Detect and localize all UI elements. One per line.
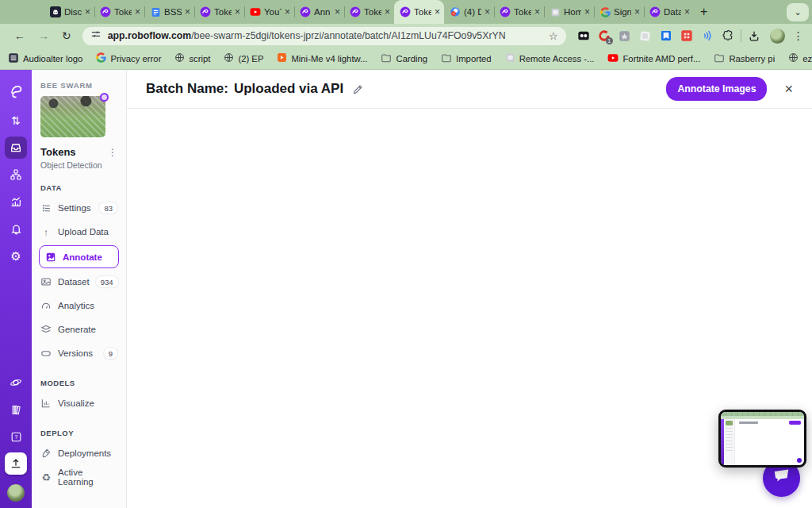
pale-extension-icon[interactable]	[639, 29, 652, 42]
monitoring-icon[interactable]	[5, 190, 27, 213]
project-thumbnail[interactable]	[40, 96, 105, 137]
sidebar-item-deployments[interactable]: Deployments	[40, 441, 117, 465]
orange-app-icon	[277, 52, 287, 64]
tab-close-icon[interactable]: ×	[235, 7, 240, 17]
bookmark-star-icon[interactable]: ☆	[549, 30, 558, 42]
workspace-name: BEE SWARM	[40, 81, 117, 90]
annotate-images-button[interactable]: Annotate Images	[666, 77, 767, 101]
sidebar-item-analytics[interactable]: Analytics	[40, 294, 117, 318]
red-c-extension-icon[interactable]: 1	[598, 29, 611, 42]
sidebar-item-upload-data[interactable]: ↑Upload Data	[40, 220, 117, 244]
browser-tab[interactable]: Ann×	[294, 0, 344, 24]
browser-menu-button[interactable]: ⋮	[793, 29, 804, 42]
roboflow-favicon	[400, 6, 411, 17]
url-domain: app.roboflow.com	[108, 30, 191, 41]
project-badge	[100, 93, 109, 102]
bookmark-item[interactable]: (2) EP	[224, 52, 263, 64]
red-grid-extension-icon[interactable]	[680, 29, 693, 42]
browser-tab[interactable]: Toke×	[344, 0, 394, 24]
tab-close-icon[interactable]: ×	[534, 7, 540, 17]
tab-close-icon[interactable]: ×	[335, 7, 340, 17]
tab-close-icon[interactable]: ×	[135, 7, 140, 17]
universe-icon[interactable]	[5, 371, 27, 394]
profile-avatar[interactable]	[770, 29, 785, 44]
sidebar-item-dataset[interactable]: Dataset934	[40, 270, 117, 294]
browser-tab[interactable]: BSS×	[144, 0, 194, 24]
gray-extension-icon[interactable]	[619, 29, 631, 42]
bookmark-item[interactable]: ez	[788, 52, 812, 64]
bookmark-item[interactable]: Audioalter logo	[8, 52, 82, 65]
browser-window: Disc×Toke×BSS×Toke×YouT×Ann×Toke×Toke×(4…	[0, 0, 812, 508]
help-icon[interactable]: ?	[5, 425, 27, 448]
back-button[interactable]: ←	[14, 30, 25, 41]
close-icon[interactable]: ×	[784, 82, 793, 96]
tab-close-icon[interactable]: ×	[684, 7, 690, 17]
bookmark-item[interactable]: Privacy error	[96, 52, 161, 64]
signal-extension-icon[interactable]	[701, 29, 714, 42]
tab-close-icon[interactable]: ×	[285, 7, 290, 17]
dark-lens-extension-icon[interactable]	[577, 29, 590, 42]
rail-bottom: ?	[5, 371, 27, 502]
tab-close-icon[interactable]: ×	[634, 7, 640, 17]
sidebar-item-annotate[interactable]: Annotate	[39, 245, 119, 268]
bookmark-item[interactable]: script	[174, 52, 210, 64]
bookmark-item[interactable]: Mini-Me v4 lightw...	[277, 52, 367, 64]
forward-button[interactable]: →	[38, 30, 49, 41]
tab-close-icon[interactable]: ×	[435, 7, 440, 17]
tab-title: (4) D	[464, 7, 481, 17]
edit-batch-name-button[interactable]	[352, 83, 364, 95]
browser-tab[interactable]: Toke×	[494, 0, 544, 24]
blue-book-extension-icon[interactable]	[660, 29, 672, 42]
bookmark-item[interactable]: Rasberry pi	[714, 52, 775, 65]
workflows-icon[interactable]	[5, 164, 27, 186]
tab-close-icon[interactable]: ×	[85, 7, 90, 17]
bookmark-item[interactable]: Carding	[381, 52, 427, 65]
tab-search-button[interactable]: ⌄	[787, 3, 809, 21]
sidebar-item-generate[interactable]: Generate	[40, 318, 117, 341]
sidebar-item-label: Upload Data	[58, 227, 109, 237]
sidebar-item-settings[interactable]: Settings83	[40, 196, 117, 220]
address-bar[interactable]: app.roboflow.com/bee-swarm-z5dgi/tokens-…	[82, 27, 566, 45]
roboflow-logo-icon[interactable]	[5, 79, 27, 102]
sidebar-item-visualize[interactable]: Visualize	[40, 391, 117, 415]
extensions-puzzle-icon[interactable]	[722, 29, 734, 42]
projects-icon[interactable]	[5, 137, 27, 159]
share-upload-icon[interactable]	[5, 452, 27, 475]
bookmark-item[interactable]: Imported	[441, 52, 492, 65]
browser-tab[interactable]: Hom×	[544, 0, 594, 24]
tab-list: Disc×Toke×BSS×Toke×YouT×Ann×Toke×Toke×(4…	[44, 0, 694, 24]
bookmark-item[interactable]: Remote Access -...	[505, 52, 595, 64]
sort-transfer-icon[interactable]: ⇅	[5, 110, 27, 132]
browser-tab[interactable]: Disc×	[44, 0, 94, 24]
reload-button[interactable]: ↻	[62, 30, 71, 41]
browser-tab[interactable]: Toke×	[194, 0, 244, 24]
tab-close-icon[interactable]: ×	[584, 7, 590, 17]
tab-title: Toke	[114, 7, 132, 17]
documentation-icon[interactable]	[5, 398, 27, 421]
project-menu-button[interactable]: ⋮	[108, 147, 117, 158]
pill-icon	[40, 348, 52, 359]
bookmark-item[interactable]: Fortnite AMD perf...	[607, 52, 700, 65]
site-settings-icon[interactable]	[90, 29, 102, 43]
tab-close-icon[interactable]: ×	[385, 7, 390, 17]
browser-tab[interactable]: Toke×	[94, 0, 144, 24]
url-text: app.roboflow.com/bee-swarm-z5dgi/tokens-…	[108, 30, 542, 41]
tab-close-icon[interactable]: ×	[185, 7, 190, 17]
workspace-settings-icon[interactable]: ⚙	[5, 244, 27, 267]
browser-tab[interactable]: Sign×	[594, 0, 644, 24]
new-tab-button[interactable]: +	[700, 5, 707, 19]
user-avatar[interactable]	[7, 484, 25, 502]
browser-tab[interactable]: Data×	[644, 0, 694, 24]
tab-title: Toke	[364, 7, 381, 17]
browser-tab[interactable]: (4) D×	[444, 0, 494, 24]
section-header: DATA	[40, 183, 117, 192]
screen-share-preview[interactable]	[718, 410, 806, 468]
downloads-button[interactable]	[748, 29, 760, 42]
tab-close-icon[interactable]: ×	[485, 7, 490, 17]
sidebar-item-active-learning[interactable]: ♻Active Learning	[40, 465, 117, 489]
notifications-icon[interactable]	[5, 217, 27, 240]
browser-tab[interactable]: Toke×	[394, 0, 444, 24]
browser-tab[interactable]: YouT×	[244, 0, 294, 24]
batch-header: Batch Name: Uploaded via API Annotate Im…	[127, 70, 812, 109]
sidebar-item-versions[interactable]: Versions9	[40, 341, 117, 365]
